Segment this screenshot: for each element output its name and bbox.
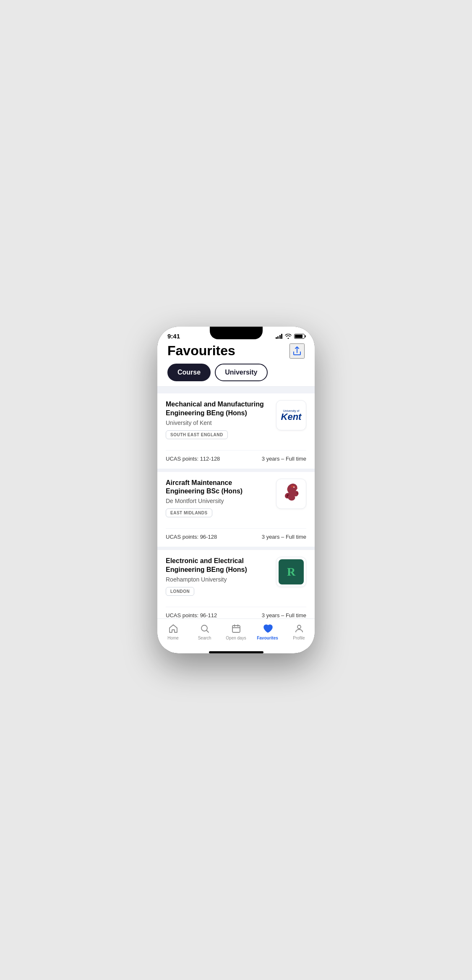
course-list: Mechanical and Manufacturing Engineering… <box>157 387 315 618</box>
wifi-icon <box>285 334 292 339</box>
nav-favourites[interactable]: Favourites <box>255 623 280 640</box>
status-icons <box>276 334 305 339</box>
bottom-nav: Home Search <box>157 618 315 649</box>
course-info-2: Aircraft Maintenance Engineering BSc (Ho… <box>166 479 271 524</box>
course-card-3[interactable]: Electronic and Electrical Engineering BE… <box>157 550 315 618</box>
svg-point-0 <box>293 486 295 487</box>
tab-toggle-group: Course University <box>167 364 305 381</box>
svg-rect-15 <box>232 626 240 632</box>
course-title-2: Aircraft Maintenance Engineering BSc (Ho… <box>166 479 271 496</box>
region-badge-3: LONDON <box>166 587 194 596</box>
nav-profile[interactable]: Profile <box>287 623 312 640</box>
course-card-1[interactable]: Mechanical and Manufacturing Engineering… <box>157 393 315 469</box>
course-info-3: Electronic and Electrical Engineering BE… <box>166 557 271 602</box>
page-header: Favourites Course University <box>157 340 315 386</box>
ucas-points-1: UCAS points: 112-128 <box>166 456 220 462</box>
tab-course[interactable]: Course <box>167 364 211 381</box>
svg-point-1 <box>287 489 288 490</box>
nav-home[interactable]: Home <box>161 623 186 640</box>
university-logo-3: R <box>276 557 306 587</box>
course-card-2[interactable]: Aircraft Maintenance Engineering BSc (Ho… <box>157 472 315 547</box>
profile-icon <box>294 623 305 634</box>
calendar-icon <box>231 623 242 634</box>
ucas-points-2: UCAS points: 96-128 <box>166 534 217 540</box>
university-logo-2 <box>276 479 306 509</box>
university-logo-1: University of Kent <box>276 400 306 430</box>
svg-point-16 <box>297 625 301 629</box>
course-university-3: Roehampton University <box>166 576 271 583</box>
battery-icon <box>294 334 305 339</box>
signal-icon <box>276 334 283 339</box>
course-info-1: Mechanical and Manufacturing Engineering… <box>166 400 271 445</box>
share-button[interactable] <box>289 343 305 359</box>
region-badge-1: SOUTH EAST ENGLAND <box>166 430 228 439</box>
nav-search[interactable]: Search <box>192 623 217 640</box>
duration-3: 3 years – Full time <box>262 612 306 618</box>
nav-profile-label: Profile <box>293 636 305 640</box>
status-time: 9:41 <box>167 333 180 340</box>
nav-open-days[interactable]: Open days <box>224 623 249 640</box>
duration-2: 3 years – Full time <box>262 534 306 540</box>
course-title-1: Mechanical and Manufacturing Engineering… <box>166 400 271 418</box>
page-title: Favourites <box>167 343 235 359</box>
nav-open-days-label: Open days <box>226 636 246 640</box>
course-title-3: Electronic and Electrical Engineering BE… <box>166 557 271 574</box>
course-university-1: University of Kent <box>166 419 271 426</box>
course-university-2: De Montfort University <box>166 498 271 504</box>
nav-search-label: Search <box>198 636 211 640</box>
home-icon <box>168 623 179 634</box>
heart-icon <box>262 623 273 634</box>
tab-university[interactable]: University <box>215 364 267 381</box>
ucas-points-3: UCAS points: 96-112 <box>166 612 217 618</box>
duration-1: 3 years – Full time <box>262 456 306 462</box>
nav-home-label: Home <box>167 636 179 640</box>
nav-favourites-label: Favourites <box>257 636 278 640</box>
region-badge-2: EAST MIDLANDS <box>166 508 212 517</box>
dmu-logo-svg <box>281 482 302 506</box>
svg-point-2 <box>297 488 297 489</box>
home-indicator <box>209 651 263 653</box>
notch <box>210 327 263 339</box>
course-list-scroll[interactable]: Mechanical and Manufacturing Engineering… <box>157 387 315 618</box>
search-icon <box>199 623 210 634</box>
